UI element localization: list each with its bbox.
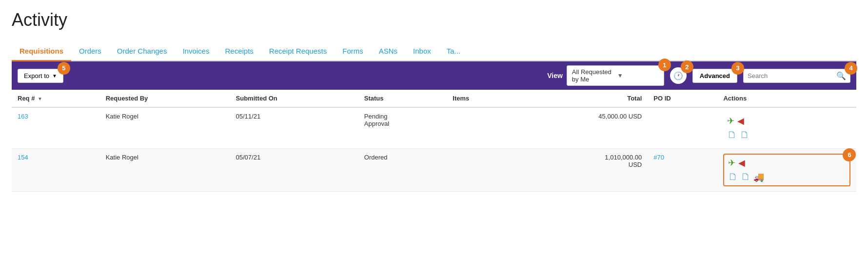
tab-tasks[interactable]: Ta... xyxy=(439,42,468,61)
actions-row-top: ✈ ◀ xyxy=(727,116,847,126)
export-label: Export to xyxy=(24,72,49,80)
copy-icon[interactable]: 🗋 xyxy=(728,171,738,182)
cell-req: 154 xyxy=(12,149,100,192)
badge-5: 5 xyxy=(58,62,70,75)
col-po-id: PO ID xyxy=(648,90,717,107)
search-input[interactable] xyxy=(748,72,836,80)
col-submitted-on: Submitted On xyxy=(230,90,358,107)
actions-row-bottom: 🗋 🗋 xyxy=(727,129,847,140)
cell-total: 45,000.00 USD xyxy=(515,107,648,149)
view-label: View xyxy=(547,72,563,80)
truck-icon[interactable]: 🚚 xyxy=(753,172,764,182)
clock-icon: 🕐 xyxy=(673,71,683,80)
requisitions-table: Req # ▼ Requested By Submitted On Status… xyxy=(12,90,856,192)
page-title: Activity xyxy=(12,10,856,30)
clock-wrapper: 🕐 2 xyxy=(670,67,687,84)
export-wrapper: Export to ▼ 5 xyxy=(18,69,63,83)
col-actions: Actions xyxy=(717,90,856,107)
cell-req: 163 xyxy=(12,107,100,149)
export-chevron-icon: ▼ xyxy=(52,73,57,79)
req-link[interactable]: 154 xyxy=(18,154,28,161)
po-link[interactable]: #70 xyxy=(653,154,664,161)
send-icon[interactable]: ✈ xyxy=(727,116,734,126)
send-icon[interactable]: ✈ xyxy=(728,158,735,168)
view-dropdown-value: All Requested by Me xyxy=(572,68,613,83)
table-row: 163 Katie Rogel 05/11/21 Pending Approva… xyxy=(12,107,856,149)
tab-receipt-requests[interactable]: Receipt Requests xyxy=(261,42,335,61)
req-link[interactable]: 163 xyxy=(18,113,28,120)
view-dropdown-chevron-icon: ▼ xyxy=(617,72,659,79)
view-dropdown[interactable]: All Requested by Me ▼ xyxy=(567,65,664,86)
col-status: Status xyxy=(358,90,447,107)
tab-inbox[interactable]: Inbox xyxy=(405,42,439,61)
tab-asns[interactable]: ASNs xyxy=(371,42,405,61)
search-wrapper: 🔍 4 xyxy=(743,69,850,83)
cell-items xyxy=(447,149,515,192)
badge-2: 2 xyxy=(681,60,693,73)
badge-3: 3 xyxy=(731,62,744,75)
cell-po-id xyxy=(648,107,717,149)
cell-requested-by: Katie Rogel xyxy=(100,149,230,192)
view-section: View All Requested by Me ▼ 1 xyxy=(547,65,664,86)
tab-invoices[interactable]: Invoices xyxy=(175,42,217,61)
badge-1: 1 xyxy=(658,59,671,71)
cell-actions: ✈ ◀ 🗋 🗋 🚚 6 6 xyxy=(717,149,856,192)
cell-actions: ✈ ◀ 🗋 🗋 xyxy=(717,107,856,149)
cell-po-id: #70 xyxy=(648,149,717,192)
tabs-navigation: Requisitions Orders Order Changes Invoic… xyxy=(12,42,856,61)
advanced-button[interactable]: Advanced xyxy=(692,69,737,83)
export-button[interactable]: Export to ▼ xyxy=(18,69,63,83)
req-sort-icon: ▼ xyxy=(38,96,42,101)
tab-order-changes[interactable]: Order Changes xyxy=(109,42,175,61)
badge-6: 6 xyxy=(843,148,856,161)
cell-status: Pending Approval xyxy=(358,107,447,149)
copy-icon[interactable]: 🗋 xyxy=(727,129,737,140)
undo-icon[interactable]: ◀ xyxy=(737,116,744,126)
cell-items xyxy=(447,107,515,149)
col-items: Items xyxy=(447,90,515,107)
cell-total: 1,010,000.00 USD xyxy=(515,149,648,192)
col-requested-by: Requested By xyxy=(100,90,230,107)
cell-requested-by: Katie Rogel xyxy=(100,107,230,149)
cell-submitted-on: 05/11/21 xyxy=(230,107,358,149)
search-box: 🔍 xyxy=(743,69,850,83)
toolbar: Export to ▼ 5 View All Requested by Me ▼… xyxy=(12,61,856,90)
col-total: Total xyxy=(515,90,648,107)
actions-row-top: ✈ ◀ xyxy=(728,158,846,168)
advanced-wrapper: Advanced 3 xyxy=(692,69,737,83)
view-label-wrapper: View xyxy=(547,72,563,80)
tab-forms[interactable]: Forms xyxy=(335,42,371,61)
tab-receipts[interactable]: Receipts xyxy=(217,42,261,61)
tab-requisitions[interactable]: Requisitions xyxy=(12,42,71,61)
actions-cell: ✈ ◀ 🗋 🗋 xyxy=(723,113,850,143)
cell-submitted-on: 05/07/21 xyxy=(230,149,358,192)
badge-4: 4 xyxy=(845,62,857,75)
tab-orders[interactable]: Orders xyxy=(71,42,109,61)
view-dropdown-wrapper: All Requested by Me ▼ 1 xyxy=(567,65,664,86)
undo-icon[interactable]: ◀ xyxy=(738,158,745,168)
cell-status: Ordered xyxy=(358,149,447,192)
copy2-icon[interactable]: 🗋 xyxy=(740,129,750,140)
search-icon[interactable]: 🔍 xyxy=(836,71,846,80)
col-req[interactable]: Req # ▼ xyxy=(12,90,100,107)
copy2-icon[interactable]: 🗋 xyxy=(741,171,750,182)
actions-cell: ✈ ◀ 🗋 🗋 🚚 6 6 xyxy=(723,154,850,186)
table-row: 154 Katie Rogel 05/07/21 Ordered 1,010,0… xyxy=(12,149,856,192)
actions-row-bottom: 🗋 🗋 🚚 xyxy=(728,171,846,182)
